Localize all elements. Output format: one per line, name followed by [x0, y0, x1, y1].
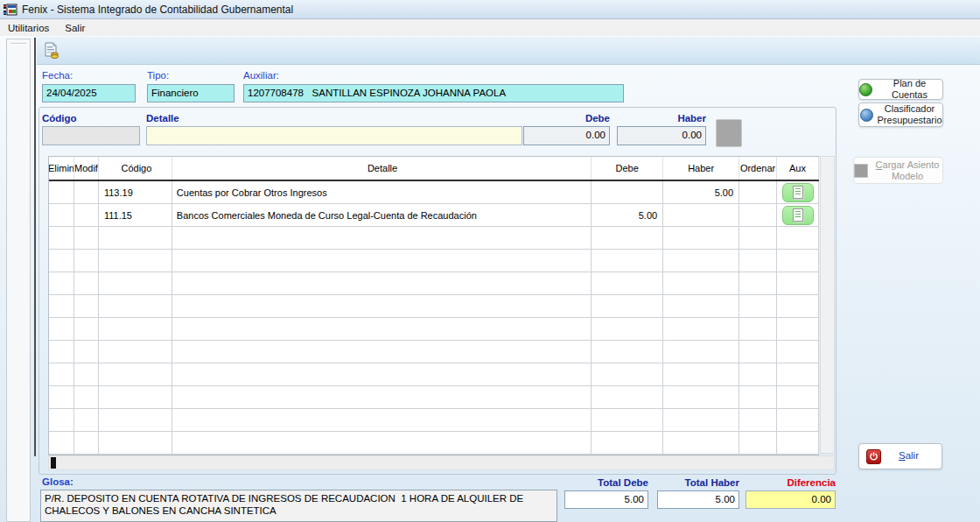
grid-cell: [74, 341, 99, 363]
tipo-label: Tipo:: [147, 70, 169, 81]
clasificador-label: Clasificador Presupuestario: [878, 103, 942, 125]
menu-utilitarios[interactable]: Utilitarios: [0, 21, 57, 35]
haber-input[interactable]: 0.00: [617, 126, 706, 145]
cargar-asiento-label: Cargar Asiento Modelo: [872, 159, 942, 181]
grid-column-header: Debe: [592, 157, 663, 180]
dock-grip[interactable]: [10, 43, 26, 45]
grid-cell: [777, 181, 819, 203]
grid-cell: [74, 363, 99, 385]
horizontal-scrollbar[interactable]: [48, 455, 835, 470]
grid-cell: [49, 295, 74, 317]
table-row: [49, 432, 819, 455]
grid-cell: [74, 181, 99, 203]
grid-cell: [777, 318, 819, 340]
grid-cell: [49, 432, 74, 454]
grid-column-header: Aux: [777, 157, 819, 180]
grid-cell: [663, 409, 739, 431]
tipo-input[interactable]: Financiero: [147, 84, 234, 102]
grid-cell: [739, 227, 777, 249]
grid-cell: [172, 363, 592, 385]
menu-salir[interactable]: Salir: [57, 21, 93, 35]
grid-cell: [663, 272, 739, 294]
left-dock-panel[interactable]: [6, 39, 31, 522]
grid-cell: [99, 386, 172, 408]
plan-de-cuentas-label: Plan de Cuentas: [877, 78, 942, 100]
grid-cell: [99, 295, 172, 317]
new-entry-button[interactable]: [40, 39, 63, 61]
total-debe-label: Total Debe: [564, 477, 648, 488]
codigo-input[interactable]: [42, 126, 140, 145]
grid-cell: [49, 409, 74, 431]
grid-cell: [74, 250, 99, 272]
total-haber-field: 5.00: [657, 490, 739, 509]
aux-button[interactable]: [782, 206, 814, 225]
grid-column-header: Modif: [74, 157, 99, 180]
grid-cell: [172, 432, 592, 454]
salir-button[interactable]: Salir: [858, 443, 942, 469]
table-row: [49, 386, 819, 409]
grid-cell: [49, 250, 74, 272]
grid-cell: [663, 295, 739, 317]
grid-cell: [663, 341, 739, 363]
grid-cell: [777, 272, 819, 294]
grid-cell: [172, 409, 592, 431]
debe-label: Debe: [523, 113, 610, 123]
grid-cell: [99, 227, 172, 249]
grid-cell: [739, 318, 777, 340]
detalle-label: Detalle: [146, 113, 179, 123]
table-header: EliminModifCódigoDetalleDebeHaberOrdenar…: [49, 157, 819, 181]
grid-cell: [739, 363, 777, 385]
grid-cell: [739, 341, 777, 363]
grid-cell: [592, 227, 663, 249]
grid-cell: [49, 204, 74, 226]
grid-column-header: Ordenar: [739, 157, 777, 180]
auxiliar-input[interactable]: 1207708478 SANTILLAN ESPINOZA JOHANNA PA…: [243, 84, 624, 102]
vertical-scrollbar[interactable]: [820, 156, 835, 454]
grid-cell: [777, 295, 819, 317]
grid-cell: [99, 409, 172, 431]
gray-square-button[interactable]: [716, 119, 742, 147]
grid-cell: [739, 409, 777, 431]
grid-cell: [49, 181, 74, 203]
table-row: 111.15Bancos Comerciales Moneda de Curso…: [49, 204, 819, 227]
total-haber-label: Total Haber: [657, 477, 739, 488]
grid-cell: [49, 341, 74, 363]
grid-cell: [777, 341, 819, 363]
detalle-input[interactable]: [146, 126, 522, 145]
grid-cell: [663, 204, 739, 226]
grid-cell: [172, 227, 592, 249]
debe-input[interactable]: 0.00: [523, 126, 610, 145]
window-title: Fenix - Sistema Integrado de Contabilida…: [22, 4, 293, 16]
grid-cell: [99, 318, 172, 340]
aux-button[interactable]: [782, 183, 814, 202]
grid-cell: [49, 363, 74, 385]
grid-cell: [739, 386, 777, 408]
grid-cell: [592, 386, 663, 408]
plan-de-cuentas-button[interactable]: Plan de Cuentas: [858, 79, 943, 100]
table-row: [49, 318, 819, 341]
table-row: [49, 272, 819, 295]
grid-cell: [49, 227, 74, 249]
grid-cell: [777, 227, 819, 249]
entries-table: EliminModifCódigoDetalleDebeHaberOrdenar…: [48, 156, 819, 455]
grid-cell: [777, 409, 819, 431]
grid-cell: [172, 341, 592, 363]
toolbar: [37, 37, 980, 65]
scrollbar-thumb[interactable]: [51, 457, 56, 469]
blue-sphere-icon: [860, 109, 873, 122]
table-row: 113.19Cuentas por Cobrar Otros Ingresos5…: [49, 181, 819, 204]
grid-cell: [49, 386, 74, 408]
glosa-textarea[interactable]: P/R. DEPOSITO EN CUENTA ROTATIVA DE INGR…: [40, 490, 557, 522]
grid-cell: [172, 318, 592, 340]
grid-cell: [592, 341, 663, 363]
grid-cell: [74, 204, 99, 226]
main-content: Fecha: Tipo: Auxiliar: 24/04/2025 Financ…: [0, 36, 980, 522]
cargar-asiento-modelo-button[interactable]: Cargar Asiento Modelo: [853, 157, 943, 184]
fecha-input[interactable]: 24/04/2025: [42, 84, 136, 102]
grid-cell: [172, 295, 592, 317]
grid-cell: [99, 341, 172, 363]
clasificador-presupuestario-button[interactable]: Clasificador Presupuestario: [858, 102, 943, 127]
grid-cell: [99, 272, 172, 294]
salir-label: Salir: [899, 450, 919, 462]
grid-cell: [739, 250, 777, 272]
